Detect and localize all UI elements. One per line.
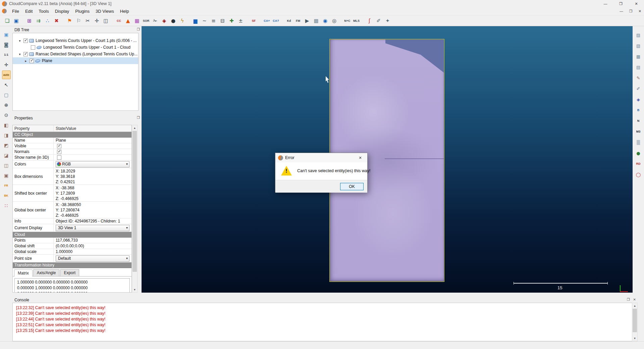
- tree-row-ransac-group[interactable]: ▾ Ransac Detected Shapes (Longwood Tenni…: [13, 51, 138, 57]
- float-panel-icon[interactable]: ❐: [627, 298, 630, 301]
- ok-button[interactable]: OK: [340, 183, 364, 190]
- scroll-down-icon[interactable]: ▼: [632, 336, 637, 341]
- matrix-values[interactable]: 1.000000 0.000000 0.000000 0.000000 0.00…: [14, 278, 130, 293]
- mdi-minimize-button[interactable]: —: [620, 9, 623, 13]
- scroll-up-icon[interactable]: ▲: [632, 303, 637, 308]
- center-camera-icon[interactable]: ⊕: [2, 101, 11, 109]
- color-mosaic-icon[interactable]: ▦: [132, 16, 142, 25]
- visibility-checkbox[interactable]: [23, 39, 28, 43]
- open-icon[interactable]: ❏: [3, 16, 12, 25]
- perspective-icon[interactable]: ▢: [2, 91, 11, 99]
- expander-icon[interactable]: ▾: [17, 39, 22, 43]
- menu-item[interactable]: Help: [117, 8, 132, 15]
- ellipse-plugin-icon[interactable]: ◯: [634, 170, 642, 179]
- normals-checkbox[interactable]: [57, 150, 61, 154]
- show-name-checkbox[interactable]: [57, 155, 61, 160]
- point-picking-icon[interactable]: ⚑: [65, 16, 74, 25]
- fm-icon[interactable]: FM: [293, 16, 303, 25]
- mdi-restore-button[interactable]: ❐: [629, 9, 632, 13]
- sf-arithmetic-icon[interactable]: ±: [236, 16, 245, 25]
- sf-gradient-icon[interactable]: ≡: [209, 16, 218, 25]
- tab-axis-angle[interactable]: Axis/Angle: [33, 269, 60, 276]
- point-size-dropdown[interactable]: Default ▾: [56, 255, 129, 262]
- merge-icon[interactable]: ⇉: [34, 16, 43, 25]
- scroll-up-icon[interactable]: ▲: [132, 125, 137, 131]
- point-list-picking-icon[interactable]: ⚐: [74, 16, 83, 25]
- current-display-dropdown[interactable]: 3D View 1 ▾: [56, 225, 129, 231]
- render-settings-icon[interactable]: ▣: [2, 30, 11, 39]
- measure-icon[interactable]: ✐: [374, 16, 383, 25]
- global-zoom-icon[interactable]: ✛: [2, 60, 11, 69]
- menu-item[interactable]: Tools: [36, 8, 52, 15]
- rasterize-icon[interactable]: ▲: [123, 16, 132, 25]
- menu-item[interactable]: Plugins: [72, 8, 93, 15]
- tree-row-court1-cloud[interactable]: Longwood Tennis Courts Upper - Court 1 -…: [13, 44, 138, 51]
- kd-tree-icon[interactable]: Kd: [284, 16, 293, 25]
- tab-export[interactable]: Export: [60, 269, 79, 276]
- sf-filter-icon[interactable]: ⊟: [218, 16, 227, 25]
- zoom-1-1-icon[interactable]: 1:1: [2, 50, 11, 59]
- clone-icon[interactable]: ⊞: [25, 16, 34, 25]
- canupo-create-icon[interactable]: CA+: [262, 16, 271, 25]
- visibility-checkbox[interactable]: [23, 52, 28, 56]
- tree-row-court1-group[interactable]: ▾ Longwood Tennis Courts Upper - Court 1…: [13, 37, 138, 44]
- expander-icon[interactable]: ▸: [23, 59, 28, 63]
- canupo-classify-icon[interactable]: CA?: [271, 16, 280, 25]
- sf-add-icon[interactable]: ✚: [227, 16, 236, 25]
- clipping-box-icon[interactable]: ◫: [101, 16, 110, 25]
- view-iso2-icon[interactable]: BK: [2, 191, 11, 200]
- view-bottom-icon[interactable]: ◨: [2, 131, 11, 140]
- histogram-icon[interactable]: ▆: [191, 16, 200, 25]
- snapshot-icon[interactable]: ▩: [312, 16, 321, 25]
- console-log[interactable]: [13:22:32] Can't save selected entity(ie…: [12, 303, 638, 341]
- save-icon[interactable]: ▣: [12, 16, 21, 25]
- plugin-stripes-icon[interactable]: ▤: [634, 63, 642, 71]
- screenshot-icon[interactable]: ◙: [2, 40, 11, 49]
- sphere-plugin-icon[interactable]: ●: [634, 149, 642, 157]
- scrollbar-thumb[interactable]: [132, 131, 137, 272]
- zoom-magnifier-icon[interactable]: ⊙: [2, 111, 11, 119]
- close-panel-icon[interactable]: ✕: [633, 298, 636, 301]
- noise-filter-icon[interactable]: ✁: [151, 16, 160, 25]
- menu-item[interactable]: 3D Views: [93, 8, 117, 15]
- segment-icon[interactable]: ✂: [83, 16, 92, 25]
- translate-rotate-icon[interactable]: ✛: [92, 16, 101, 25]
- b-plugin-icon[interactable]: B: [634, 106, 642, 114]
- 3d-view[interactable]: 15: [142, 26, 633, 293]
- scroll-down-icon[interactable]: ▼: [132, 287, 137, 292]
- error-dialog-titlebar[interactable]: Error ✕: [275, 153, 367, 162]
- sor-filter-icon[interactable]: SOR: [142, 16, 151, 25]
- expander-icon[interactable]: ▾: [17, 52, 22, 56]
- texture-plugin-icon[interactable]: ▒: [634, 138, 642, 146]
- wand-icon[interactable]: ✦: [383, 16, 392, 25]
- normals-compute-icon[interactable]: N+C: [343, 16, 352, 25]
- animation-icon[interactable]: ▶: [303, 16, 312, 25]
- rd-plugin-icon[interactable]: RD: [634, 160, 642, 168]
- curve-fit-icon[interactable]: ~: [200, 16, 209, 25]
- properties-scrollbar[interactable]: ▲ ▼: [132, 125, 138, 293]
- minimize-button[interactable]: —: [598, 0, 613, 7]
- pencil-ruler-icon[interactable]: ✐: [634, 85, 642, 93]
- mls-icon[interactable]: MLS: [352, 16, 361, 25]
- visibility-checkbox[interactable]: [30, 59, 34, 63]
- tab-matrix[interactable]: Matrix: [14, 269, 33, 277]
- console-header[interactable]: Console ❐ ✕: [12, 297, 638, 303]
- mdi-close-button[interactable]: ✕: [638, 9, 641, 13]
- broom-icon[interactable]: ✎: [634, 74, 642, 82]
- plugin-image2-icon[interactable]: ▧: [634, 42, 642, 50]
- globe-icon[interactable]: ◎: [330, 16, 339, 25]
- sra-icon[interactable]: ʃ: [365, 16, 374, 25]
- facets-icon[interactable]: ●: [169, 16, 178, 25]
- db-tree-header[interactable]: DB Tree ❐: [12, 27, 142, 33]
- pcv-icon[interactable]: ◉: [321, 16, 330, 25]
- console-scrollbar[interactable]: ▲ ▼: [632, 303, 638, 341]
- plugin-image3-icon[interactable]: ▩: [634, 52, 642, 60]
- titlebar[interactable]: CloudCompare v2.11 beta (Anoia) [64-bit]…: [0, 0, 644, 7]
- plugin-image1-icon[interactable]: ▨: [634, 31, 642, 39]
- float-panel-icon[interactable]: ❐: [137, 116, 140, 119]
- view-top-icon[interactable]: ◧: [2, 121, 11, 130]
- view-right-icon[interactable]: ◪: [2, 151, 11, 160]
- restore-button[interactable]: ❐: [613, 0, 629, 7]
- menu-item[interactable]: Display: [52, 8, 72, 15]
- scrollbar-thumb[interactable]: [633, 309, 637, 332]
